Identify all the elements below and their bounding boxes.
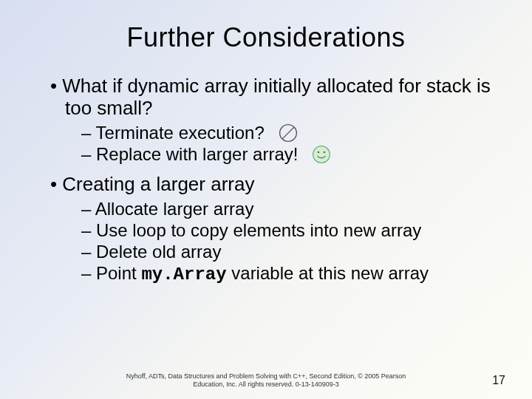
bullet-allocate: Allocate larger array [81,199,502,220]
footer-citation: Nyhoff, ADTs, Data Structures and Proble… [0,372,532,389]
svg-point-3 [318,151,319,153]
bullet-delete: Delete old array [81,242,502,263]
row-terminate: Terminate execution? [30,123,502,144]
smiley-icon [311,144,332,165]
svg-point-2 [313,146,330,163]
bullet-copy: Use loop to copy elements into new array [81,220,502,242]
row-replace: Replace with larger array! [30,144,502,166]
svg-point-4 [324,151,325,153]
code-myarray: my.Array [141,265,226,284]
page-number: 17 [492,374,505,387]
bullet-q1: What if dynamic array initially allocate… [50,75,502,120]
no-symbol-icon [278,123,299,143]
slide: Further Considerations What if dynamic a… [0,0,532,399]
svg-line-1 [282,127,294,139]
bullet-point-array: Point my.Array variable at this new arra… [81,263,502,286]
bullet-replace: Replace with larger array! [81,144,298,166]
bullet-point-post: variable at this new array [227,263,429,283]
page-title: Further Considerations [30,22,502,53]
bullet-terminate: Terminate execution? [81,123,265,144]
footer-line-2: Education, Inc. All rights reserved. 0-1… [81,381,451,389]
footer-line-1: Nyhoff, ADTs, Data Structures and Proble… [81,372,451,381]
bullet-point-pre: Point [96,263,141,283]
bullet-creating: Creating a larger array [50,174,502,196]
